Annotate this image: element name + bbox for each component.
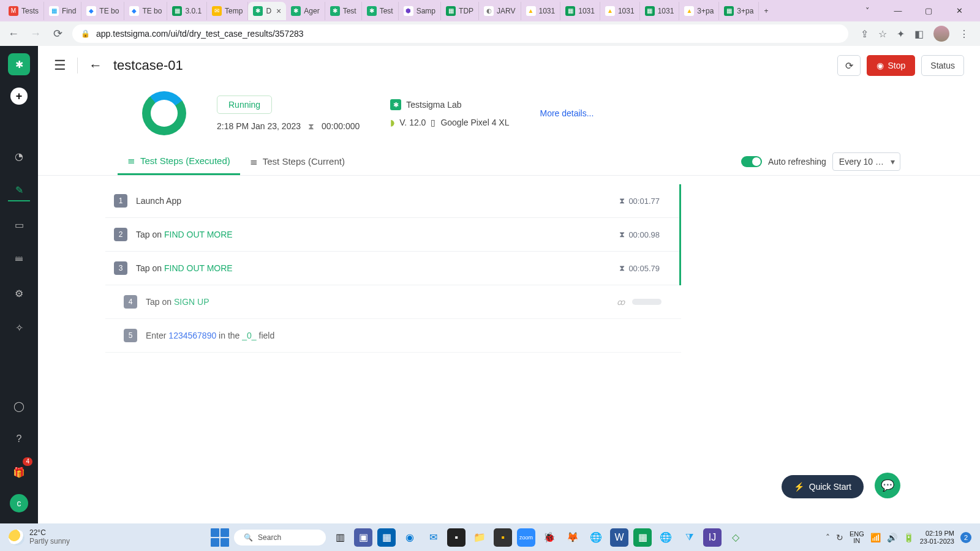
add-button[interactable]: + <box>10 88 28 105</box>
tb-zoom[interactable]: zoom <box>517 528 535 547</box>
sidebar-addons-icon[interactable]: ✧ <box>8 317 30 339</box>
step-row[interactable]: 2Tap on FIND OUT MORE⧗00:00.98 <box>105 218 679 252</box>
favicon: ▲ <box>684 6 694 16</box>
language-indicator[interactable]: ENG IN <box>850 531 864 544</box>
sidebar-dashboard-icon[interactable]: ◔ <box>8 145 30 167</box>
sidebar-design-icon[interactable]: ✎ <box>8 179 30 201</box>
reload-icon[interactable]: ⟳ <box>50 27 65 40</box>
tb-chrome-2[interactable]: 🌐 <box>657 528 675 547</box>
browser-tab[interactable]: ◐JARV <box>479 2 521 20</box>
tab-current[interactable]: ≣ Test Steps (Current) <box>240 149 355 174</box>
sidebar-notif-icon[interactable]: 🎁 4 <box>8 461 30 483</box>
taskbar-search[interactable]: 🔍 Search <box>234 530 326 545</box>
stop-button[interactable]: ◉Stop <box>867 55 915 76</box>
sidebar-device-icon[interactable]: ⩸ <box>8 248 30 270</box>
refresh-button[interactable]: ⟳ <box>837 55 861 76</box>
browser-tab[interactable]: ▦3.0.1 <box>167 2 207 20</box>
wifi-icon[interactable]: 📶 <box>870 533 881 542</box>
tab-label: 1031 <box>578 7 595 15</box>
browser-tab[interactable]: ▲1031 <box>521 2 561 20</box>
tab-executed[interactable]: ≣ Test Steps (Executed) <box>118 148 240 175</box>
forward-icon[interactable]: → <box>28 28 43 40</box>
tb-terminal[interactable]: ▪ <box>447 528 466 547</box>
step-number: 5 <box>124 329 137 342</box>
step-row[interactable]: 4Tap on SIGN UPꝏ <box>105 285 681 319</box>
app-logo[interactable]: ✱ <box>8 53 30 75</box>
browser-tab[interactable]: ⬢Samp <box>399 2 441 20</box>
tb-firefox[interactable]: 🦊 <box>564 528 582 547</box>
browser-tab[interactable]: ✉Temp <box>207 2 248 20</box>
browser-tab[interactable]: ◆TE bo <box>81 2 124 20</box>
browser-tab[interactable]: ▦1031 <box>640 2 680 20</box>
back-icon[interactable]: ← <box>6 28 21 40</box>
browser-tab[interactable]: ◆TE bo <box>124 2 167 20</box>
browser-tab[interactable]: MTests <box>4 2 44 20</box>
more-details-link[interactable]: More details... <box>540 108 594 118</box>
refresh-interval-select[interactable]: Every 10 … <box>832 152 900 171</box>
browser-tab[interactable]: ▲1031 <box>600 2 640 20</box>
sidebar-avatar[interactable]: c <box>10 494 28 512</box>
tb-app-3[interactable]: 🐞 <box>540 528 559 547</box>
windows-taskbar: 22°C Partly sunny 🔍 Search ▥ ▣ ▦ ◉ ✉ ▪ 📁… <box>0 523 980 551</box>
quick-start-button[interactable]: ⚡ Quick Start <box>782 475 864 498</box>
close-icon[interactable]: × <box>276 6 281 16</box>
start-button[interactable] <box>211 528 229 547</box>
chat-fab[interactable]: 💬 <box>875 473 900 498</box>
auto-refresh-toggle[interactable] <box>741 156 762 167</box>
hamburger-icon[interactable]: ☰ <box>54 58 66 73</box>
tb-edge[interactable]: ◉ <box>401 528 419 547</box>
new-tab-button[interactable]: + <box>759 2 773 20</box>
tb-word[interactable]: W <box>610 528 628 547</box>
window-maximize[interactable]: ▢ <box>918 2 940 20</box>
task-view-icon[interactable]: ▥ <box>331 528 349 547</box>
tb-app-4[interactable]: ▦ <box>633 528 652 547</box>
window-minimize[interactable]: — <box>887 2 909 20</box>
step-number: 2 <box>114 228 127 241</box>
browser-tab[interactable]: ▦TDP <box>441 2 479 20</box>
status-button[interactable]: Status <box>921 55 964 76</box>
tray-chevron-icon[interactable]: ˄ <box>826 533 830 542</box>
browser-tab[interactable]: ▦Find <box>44 2 81 20</box>
tb-mail[interactable]: ✉ <box>424 528 442 547</box>
browser-tab[interactable]: ✱Ager <box>286 2 325 20</box>
sidebar-help-icon[interactable]: ? <box>8 428 30 450</box>
volume-icon[interactable]: 🔊 <box>887 533 897 542</box>
clock[interactable]: 02:19 PM 23-01-2023 <box>920 530 954 544</box>
browser-tab[interactable]: ✱Test <box>362 2 399 20</box>
browser-tab[interactable]: ✱Test <box>325 2 362 20</box>
browser-tab[interactable]: ▲3+pa <box>679 2 719 20</box>
profile-avatar[interactable] <box>933 26 949 42</box>
tb-explorer[interactable]: 📁 <box>470 528 489 547</box>
kebab-icon[interactable]: ⋮ <box>959 28 969 40</box>
tb-chrome[interactable]: 🌐 <box>587 528 605 547</box>
url-field[interactable]: 🔒 app.testsigma.com/ui/td/dry_test_case_… <box>72 24 848 43</box>
battery-icon[interactable]: 🔋 <box>903 533 914 542</box>
window-close[interactable]: ✕ <box>948 2 970 20</box>
weather-widget[interactable]: 22°C Partly sunny <box>9 529 70 545</box>
sidebar-settings-icon[interactable]: ⚙ <box>8 282 30 304</box>
sidebar-suitcase-icon[interactable]: ▭ <box>8 214 30 236</box>
step-row[interactable]: 1Launch App⧗00:01.77 <box>105 184 679 218</box>
tray-sync-icon[interactable]: ↻ <box>836 533 843 542</box>
tb-app-5[interactable]: ◇ <box>726 528 745 547</box>
notification-count[interactable]: 2 <box>960 532 971 543</box>
browser-tab[interactable]: ✱D× <box>248 2 286 20</box>
step-text: Tap on FIND OUT MORE <box>136 263 233 273</box>
tb-notes[interactable]: ▪ <box>494 528 512 547</box>
step-row[interactable]: 5Enter 1234567890 in the _0_ field <box>105 319 681 353</box>
tab-dropdown-icon[interactable]: ˅ <box>856 2 878 20</box>
browser-tab[interactable]: ▦3+pa <box>719 2 759 20</box>
page-back-icon[interactable]: ← <box>89 58 102 73</box>
steps-list: 1Launch App⧗00:01.772Tap on FIND OUT MOR… <box>38 176 980 353</box>
share-icon[interactable]: ⇪ <box>861 28 869 40</box>
step-row[interactable]: 3Tap on FIND OUT MORE⧗00:05.79 <box>105 252 679 285</box>
star-icon[interactable]: ☆ <box>878 28 887 40</box>
tb-app-2[interactable]: ▦ <box>377 528 396 547</box>
sidebar-usage-icon[interactable]: ◯ <box>8 395 30 417</box>
tb-vscode[interactable]: ⧩ <box>680 528 698 547</box>
extensions-icon[interactable]: ✦ <box>897 28 905 40</box>
sidepanel-icon[interactable]: ◧ <box>914 28 924 40</box>
browser-tab[interactable]: ▦1031 <box>560 2 600 20</box>
tb-intellij[interactable]: IJ <box>703 528 722 547</box>
tb-app-1[interactable]: ▣ <box>354 528 372 547</box>
